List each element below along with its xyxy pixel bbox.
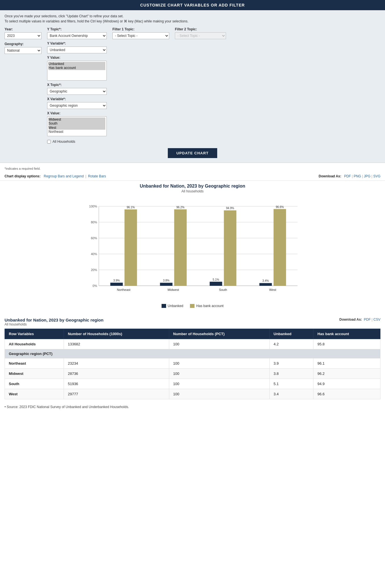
table-row: All Households1336821004.295.8 bbox=[5, 339, 380, 349]
xtopic-label: X Topic*: bbox=[47, 83, 107, 87]
legend-box-hasbank bbox=[190, 304, 194, 308]
svg-rect-29 bbox=[260, 283, 272, 286]
chart-download-jpg-link[interactable]: JPG bbox=[364, 174, 371, 178]
xtopic-field-group: X Topic*: GeographicDemographic bbox=[47, 83, 107, 95]
center-col: Y Topic*: Bank Account Ownership Y Varia… bbox=[47, 27, 107, 144]
table-row: Midwest287361003.896.2 bbox=[5, 369, 380, 379]
chart-options-bar: Chart display options: Regroup Bars and … bbox=[0, 172, 385, 181]
svg-text:96.1%: 96.1% bbox=[127, 206, 135, 209]
table-body: All Households1336821004.295.8Geographic… bbox=[5, 339, 380, 399]
svg-rect-31 bbox=[274, 209, 286, 286]
chart-subtitle: All households bbox=[6, 189, 379, 193]
ytopic-field-group: Y Topic*: Bank Account Ownership bbox=[47, 27, 107, 39]
yvariable-label: Y Variable*: bbox=[47, 41, 107, 45]
filter2-select[interactable]: - Select Topic - bbox=[175, 32, 226, 39]
yvalue-field-group: Y Value: UnbankedHas bank account bbox=[47, 56, 107, 81]
regroup-bars-link[interactable]: Regroup Bars and Legend bbox=[44, 174, 84, 178]
legend-box-unbanked bbox=[162, 304, 166, 308]
chart-section: Unbanked for Nation, 2023 by Geographic … bbox=[0, 181, 385, 314]
instructions: Once you've made your selections, click … bbox=[5, 14, 380, 24]
geography-label: Geography: bbox=[5, 42, 41, 46]
svg-text:3.8%: 3.8% bbox=[163, 279, 170, 282]
xvariable-label: X Variable*: bbox=[47, 97, 107, 101]
data-table-title: Unbanked for Nation, 2023 by Geographic … bbox=[5, 318, 103, 322]
right-cols: Filter 1 Topic: - Select Topic - Filter … bbox=[112, 27, 226, 39]
svg-text:100%: 100% bbox=[89, 205, 97, 208]
svg-text:96.6%: 96.6% bbox=[276, 205, 284, 209]
svg-text:96.2%: 96.2% bbox=[176, 206, 184, 209]
svg-text:94.9%: 94.9% bbox=[226, 207, 234, 210]
left-col: Year: 202320222021201920172015 Geography… bbox=[5, 27, 41, 54]
update-chart-button[interactable]: UPDATE CHART bbox=[168, 148, 217, 158]
svg-text:Northeast: Northeast bbox=[117, 288, 131, 291]
table-col-number-of-households-(pct): Number of Households (PCT) bbox=[169, 329, 269, 339]
year-field-group: Year: 202320222021201920172015 bbox=[5, 27, 41, 39]
all-households-checkbox[interactable] bbox=[47, 140, 51, 144]
chart-download-svg-link[interactable]: SVG bbox=[373, 174, 380, 178]
svg-text:3.9%: 3.9% bbox=[113, 279, 120, 282]
filter1-field-group: Filter 1 Topic: - Select Topic - bbox=[112, 27, 169, 39]
legend-label: Has bank account bbox=[196, 304, 223, 308]
svg-text:South: South bbox=[219, 288, 227, 291]
table-section-header: Geographic region (PCT) bbox=[5, 349, 380, 358]
legend-item-has-bank-account: Has bank account bbox=[190, 304, 223, 308]
xvalue-label: X Value: bbox=[47, 111, 107, 115]
chart-download-label: Download As: bbox=[319, 174, 341, 178]
legend-label: Unbanked bbox=[168, 304, 183, 308]
table-download-label: Download As: bbox=[339, 318, 362, 322]
yvariable-select[interactable]: UnbankedHas bank account bbox=[47, 47, 107, 53]
svg-rect-19 bbox=[160, 283, 173, 286]
table-row: West297771003.496.6 bbox=[5, 389, 380, 399]
table-row: South519361005.194.9 bbox=[5, 379, 380, 389]
xtopic-select[interactable]: GeographicDemographic bbox=[47, 88, 107, 95]
data-table: Row VariablesNumber of Households (1000s… bbox=[5, 329, 380, 399]
customize-panel-header: CUSTOMIZE CHART VARIABLES OR ADD FILTER bbox=[0, 0, 385, 10]
required-note: *indicates a required field. bbox=[0, 165, 385, 172]
chart-download-png-link[interactable]: PNG bbox=[354, 174, 361, 178]
chart-container: 0%20%40%60%80%100%3.9%96.1%Northeast3.8%… bbox=[82, 198, 303, 300]
xvalue-field-group: X Value: MidwestSouthWestNortheast bbox=[47, 111, 107, 136]
bar-chart: 0%20%40%60%80%100%3.9%96.1%Northeast3.8%… bbox=[82, 198, 303, 300]
year-select[interactable]: 202320222021201920172015 bbox=[5, 32, 41, 39]
filter2-label: Filter 2 Topic: bbox=[175, 27, 226, 31]
table-header-row: Row VariablesNumber of Households (1000s… bbox=[5, 329, 380, 339]
source-note: • Source: 2023 FDIC National Survey of U… bbox=[0, 402, 385, 413]
geography-select[interactable]: NationalState bbox=[5, 47, 41, 54]
rotate-bars-link[interactable]: Rotate Bars bbox=[88, 174, 106, 178]
yvalue-select[interactable]: UnbankedHas bank account bbox=[47, 61, 107, 81]
year-label: Year: bbox=[5, 27, 41, 31]
svg-text:Midwest: Midwest bbox=[168, 288, 179, 291]
ytopic-select[interactable]: Bank Account Ownership bbox=[47, 32, 107, 39]
table-row: Northeast232341003.996.1 bbox=[5, 358, 380, 369]
filter1-label: Filter 1 Topic: bbox=[112, 27, 169, 31]
svg-text:20%: 20% bbox=[91, 268, 97, 272]
xvalue-select[interactable]: MidwestSouthWestNortheast bbox=[47, 116, 107, 136]
svg-text:60%: 60% bbox=[91, 236, 97, 240]
geography-field-group: Geography: NationalState bbox=[5, 42, 41, 54]
yvalue-label: Y Value: bbox=[47, 56, 107, 60]
filter1-select[interactable]: - Select Topic - bbox=[112, 32, 169, 39]
svg-rect-16 bbox=[125, 209, 137, 286]
chart-download-links: PDF | PNG | JPG | SVG bbox=[344, 174, 380, 178]
svg-rect-24 bbox=[210, 282, 222, 286]
yvariable-field-group: Y Variable*: UnbankedHas bank account bbox=[47, 41, 107, 53]
svg-rect-21 bbox=[174, 209, 187, 286]
chart-title: Unbanked for Nation, 2023 by Geographic … bbox=[6, 184, 379, 189]
chart-display-label: Chart display options: bbox=[5, 174, 41, 178]
all-households-label: All Households bbox=[53, 140, 75, 144]
chart-legend: UnbankedHas bank account bbox=[6, 304, 379, 308]
xvariable-select[interactable]: Geographic region bbox=[47, 102, 107, 109]
filter2-field-group: Filter 2 Topic: - Select Topic - bbox=[175, 27, 226, 39]
xvariable-field-group: X Variable*: Geographic region bbox=[47, 97, 107, 109]
svg-text:80%: 80% bbox=[91, 220, 97, 224]
svg-rect-26 bbox=[224, 210, 237, 286]
data-table-subtitle: All households bbox=[5, 322, 103, 326]
chart-download-pdf-link[interactable]: PDF bbox=[344, 174, 351, 178]
ytopic-label: Y Topic*: bbox=[47, 27, 107, 31]
table-col-row-variables: Row Variables bbox=[5, 329, 64, 339]
legend-item-unbanked: Unbanked bbox=[162, 304, 183, 308]
table-download-pdf-link[interactable]: PDF bbox=[364, 318, 371, 322]
table-download-csv-link[interactable]: CSV bbox=[373, 318, 380, 322]
customize-panel: Once you've made your selections, click … bbox=[0, 10, 385, 163]
svg-text:0%: 0% bbox=[93, 284, 97, 287]
